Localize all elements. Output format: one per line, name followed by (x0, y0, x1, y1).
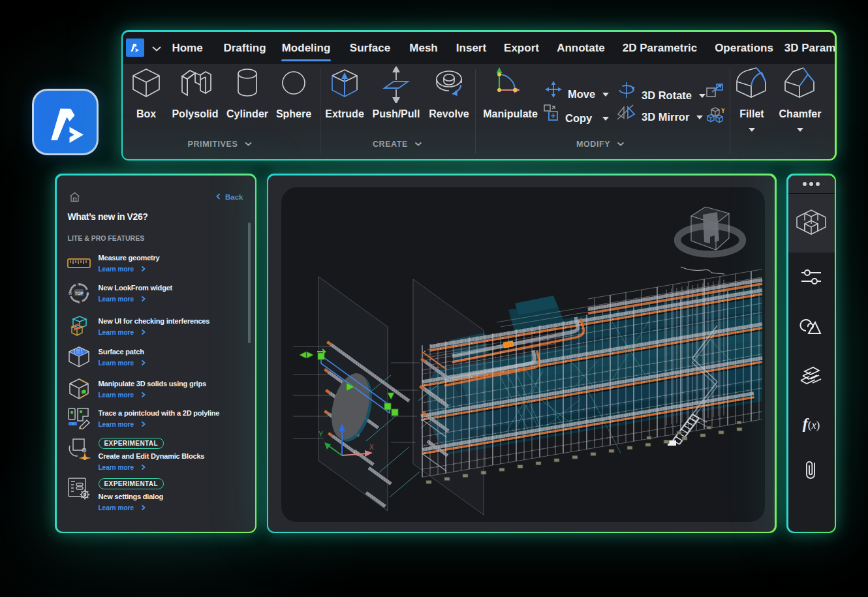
svg-text:N: N (77, 283, 80, 286)
svg-text:X: X (369, 444, 374, 451)
svg-text:TOP: TOP (74, 290, 84, 295)
svg-text:E: E (86, 291, 89, 295)
svg-text:W: W (68, 291, 72, 295)
svg-text:Y: Y (318, 430, 324, 438)
svg-text:S: S (77, 299, 80, 303)
